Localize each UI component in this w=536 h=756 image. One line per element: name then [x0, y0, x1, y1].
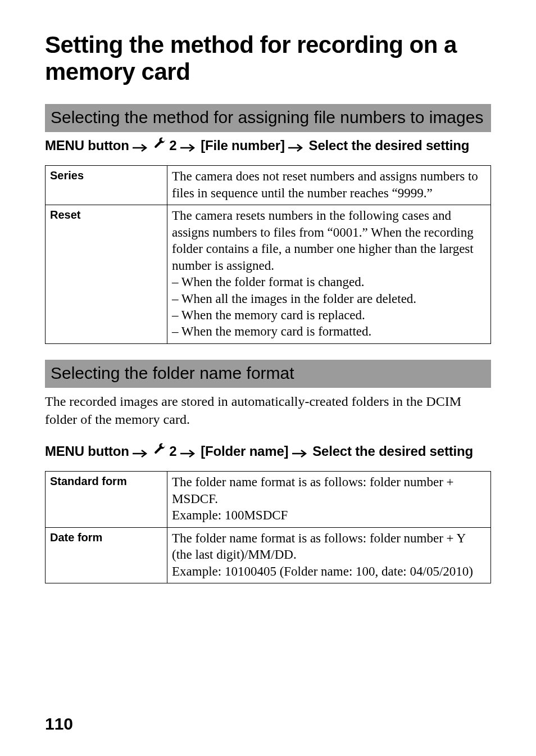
option-description: The camera resets numbers in the followi…	[167, 205, 491, 344]
setup-wrench-icon	[153, 136, 166, 154]
arrow-icon	[288, 137, 305, 155]
table-row: Standard form The folder name format is …	[46, 472, 491, 527]
arrow-icon	[133, 443, 149, 461]
menu-path-folder-name: MENU button 2 [Folder name] Select the d…	[45, 442, 491, 461]
option-description: The folder name format is as follows: fo…	[167, 527, 491, 583]
option-label: Series	[46, 166, 167, 205]
page-number: 110	[45, 714, 73, 734]
menu-path-suffix: Select the desired setting	[312, 443, 473, 459]
menu-path-prefix: MENU button	[45, 443, 129, 459]
menu-path-item: [File number]	[201, 138, 284, 153]
option-label: Standard form	[46, 472, 167, 527]
options-table-folder-name: Standard form The folder name format is …	[45, 471, 491, 583]
arrow-icon	[292, 443, 309, 461]
menu-path-file-number: MENU button 2 [File number] Select the d…	[45, 137, 491, 156]
table-row: Date form The folder name format is as f…	[46, 527, 491, 583]
setup-wrench-icon	[153, 442, 166, 460]
table-row: Series The camera does not reset numbers…	[46, 166, 491, 205]
menu-path-item: [Folder name]	[201, 443, 288, 459]
options-table-file-number: Series The camera does not reset numbers…	[45, 165, 491, 343]
section-heading-folder-name: Selecting the folder name format	[45, 360, 491, 388]
arrow-icon	[180, 137, 197, 155]
section-intro-text: The recorded images are stored in automa…	[45, 392, 491, 429]
arrow-icon	[180, 443, 197, 461]
menu-path-suffix: Select the desired setting	[309, 138, 470, 153]
menu-path-prefix: MENU button	[45, 138, 129, 153]
page: Setting the method for recording on a me…	[0, 0, 536, 756]
option-label: Date form	[46, 527, 167, 583]
option-description: The folder name format is as follows: fo…	[167, 472, 491, 527]
arrow-icon	[133, 137, 149, 155]
table-row: Reset The camera resets numbers in the f…	[46, 205, 491, 344]
menu-path-tab-number: 2	[169, 138, 176, 153]
menu-path-tab-number: 2	[169, 443, 176, 459]
option-description: The camera does not reset numbers and as…	[167, 166, 491, 205]
option-label: Reset	[46, 205, 167, 344]
page-title: Setting the method for recording on a me…	[45, 31, 491, 86]
section-heading-file-number: Selecting the method for assigning file …	[45, 104, 491, 132]
